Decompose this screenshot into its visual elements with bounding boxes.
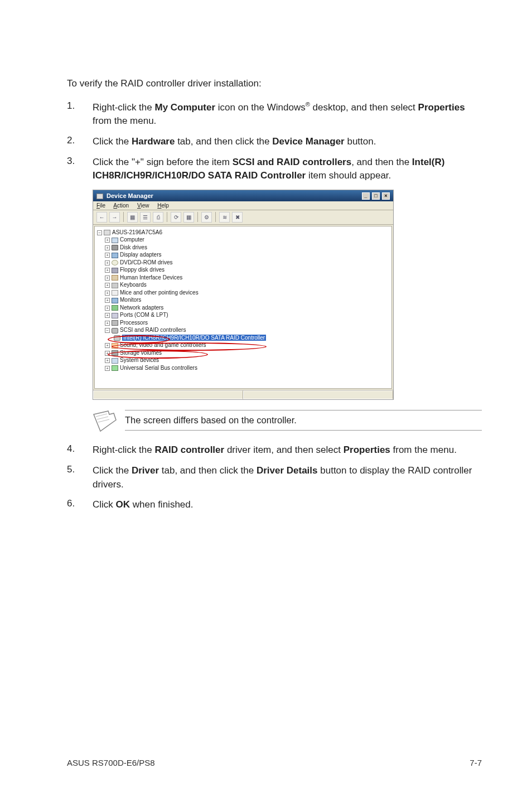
menu-view[interactable]: View xyxy=(137,202,149,209)
tree-node[interactable]: +Disk drives xyxy=(97,244,389,252)
tree-node[interactable]: +Monitors xyxy=(97,296,389,304)
expand-icon[interactable]: + xyxy=(105,313,110,318)
step-body: Right-click the My Computer icon on the … xyxy=(93,100,482,128)
network-icon xyxy=(112,305,118,311)
b: My Computer xyxy=(154,102,215,113)
footer-left: ASUS RS700D-E6/PS8 xyxy=(67,758,155,767)
step-2: 2. Click the Hardware tab, and then clic… xyxy=(67,135,482,149)
label: Keyboards xyxy=(120,282,147,288)
intro-text: To verify the RAID controller driver ins… xyxy=(67,78,482,89)
menubar: File Action View Help xyxy=(93,201,393,210)
tree-node[interactable]: +Storage volumes xyxy=(97,349,389,357)
back-button[interactable]: ← xyxy=(96,212,107,223)
tree-node-raid-controller[interactable]: Intel(R) ICH8R/ICH9R/ICH10R/DO SATA RAID… xyxy=(97,334,389,342)
expand-icon[interactable]: + xyxy=(105,260,110,265)
label: ASUS-2196A7C5A6 xyxy=(112,229,162,235)
tree-node[interactable]: +Universal Serial Bus controllers xyxy=(97,364,389,372)
label: Storage volumes xyxy=(120,350,162,356)
dvd-icon xyxy=(112,260,118,265)
maximize-button[interactable]: □ xyxy=(372,192,380,200)
label: SCSI and RAID controllers xyxy=(120,327,186,333)
toolbar: ← → ▦ ☰ ⎙ ⟳ ▦ ⚙ ≋ ✖ xyxy=(93,210,393,225)
tree-node-scsi[interactable]: −SCSI and RAID controllers xyxy=(97,326,389,334)
b: OK xyxy=(116,499,130,510)
t: from the menu. xyxy=(390,445,457,455)
tree-node[interactable]: +Mice and other pointing devices xyxy=(97,289,389,297)
tree-node[interactable]: +Sound, video and game controllers xyxy=(97,341,389,349)
tree-root[interactable]: −ASUS-2196A7C5A6 xyxy=(97,229,389,236)
label: Display adapters xyxy=(120,252,161,258)
expand-icon[interactable]: + xyxy=(105,321,110,326)
step-num: 6. xyxy=(67,498,93,512)
step-3: 3. Click the "+" sign before the item SC… xyxy=(67,156,482,183)
t: desktop, and then select xyxy=(310,102,418,113)
tree-node[interactable]: +Ports (COM & LPT) xyxy=(97,311,389,319)
tree-node[interactable]: +System devices xyxy=(97,356,389,364)
expand-icon[interactable]: + xyxy=(105,366,110,371)
label: Floppy disk drives xyxy=(120,267,165,273)
tree-node[interactable]: +Computer xyxy=(97,236,389,244)
tree-node[interactable]: +Processors xyxy=(97,319,389,327)
expand-icon[interactable]: + xyxy=(105,358,110,363)
floppy-icon xyxy=(112,268,118,273)
label: Human Interface Devices xyxy=(120,274,182,281)
refresh-icon[interactable]: ⟳ xyxy=(171,212,181,223)
device-tree[interactable]: −ASUS-2196A7C5A6 +Computer +Disk drives … xyxy=(94,226,392,389)
step-body: Right-click the RAID controller driver i… xyxy=(93,443,482,457)
label: Sound, video and game controllers xyxy=(120,342,206,348)
tree-node[interactable]: +Human Interface Devices xyxy=(97,274,389,282)
tree-node[interactable]: +Network adapters xyxy=(97,304,389,312)
tool-icon[interactable]: ▦ xyxy=(127,212,138,223)
system-icon xyxy=(112,358,118,364)
note-text: The screen differs based on the controll… xyxy=(125,410,482,431)
label: System devices xyxy=(120,357,159,363)
cpu-icon xyxy=(112,320,118,326)
tree-node[interactable]: +DVD/CD-ROM drives xyxy=(97,259,389,267)
step-body: Click the Hardware tab, and then click t… xyxy=(93,135,482,149)
step-num: 1. xyxy=(67,100,93,128)
b: SCSI and RAID controllers xyxy=(233,157,351,167)
tree-node[interactable]: +Display adapters xyxy=(97,251,389,259)
print-icon[interactable]: ⎙ xyxy=(153,212,163,223)
t: Click the xyxy=(93,465,132,476)
scan-icon[interactable]: ⚙ xyxy=(201,212,212,223)
computer-icon xyxy=(104,230,110,235)
step-5: 5. Click the Driver tab, and then click … xyxy=(67,464,482,491)
collapse-icon[interactable]: − xyxy=(97,230,102,235)
footer-right: 7-7 xyxy=(470,758,482,767)
minimize-button[interactable]: _ xyxy=(362,192,370,200)
expand-icon[interactable]: + xyxy=(105,306,110,311)
t: tab, and then click the xyxy=(159,465,257,476)
sound-icon xyxy=(112,343,118,349)
menu-action[interactable]: Action xyxy=(113,202,129,209)
mouse-icon xyxy=(112,290,118,296)
step-num: 5. xyxy=(67,464,93,491)
expand-icon[interactable]: + xyxy=(105,343,110,348)
t: when finished. xyxy=(130,499,193,510)
menu-help[interactable]: Help xyxy=(157,202,169,209)
forward-button[interactable]: → xyxy=(109,212,120,223)
expand-icon[interactable]: + xyxy=(105,291,110,296)
tree-node[interactable]: +Keyboards xyxy=(97,281,389,289)
step-4: 4. Right-click the RAID controller drive… xyxy=(67,443,482,457)
expand-icon[interactable]: + xyxy=(105,268,110,273)
expand-icon[interactable]: + xyxy=(105,276,110,281)
tree-node[interactable]: +Floppy disk drives xyxy=(97,266,389,274)
tool-icon[interactable]: ≋ xyxy=(219,212,230,223)
t: from the menu. xyxy=(93,115,156,126)
close-button[interactable]: × xyxy=(382,192,390,200)
expand-icon[interactable]: + xyxy=(105,245,110,250)
expand-icon[interactable]: + xyxy=(105,298,110,303)
expand-icon[interactable]: + xyxy=(105,253,110,258)
expand-icon[interactable]: + xyxy=(105,283,110,288)
menu-file[interactable]: File xyxy=(96,202,105,209)
collapse-icon[interactable]: − xyxy=(105,328,110,333)
tool-icon[interactable]: ✖ xyxy=(232,212,243,223)
page-footer: ASUS RS700D-E6/PS8 7-7 xyxy=(67,758,482,767)
label: Ports (COM & LPT) xyxy=(120,312,168,318)
expand-icon[interactable]: + xyxy=(105,238,110,243)
expand-icon[interactable]: + xyxy=(105,351,110,356)
tool-icon[interactable]: ▦ xyxy=(183,212,194,223)
properties-icon[interactable]: ☰ xyxy=(140,212,151,223)
window-titlebar[interactable]: Device Manager _ □ × xyxy=(93,190,393,201)
